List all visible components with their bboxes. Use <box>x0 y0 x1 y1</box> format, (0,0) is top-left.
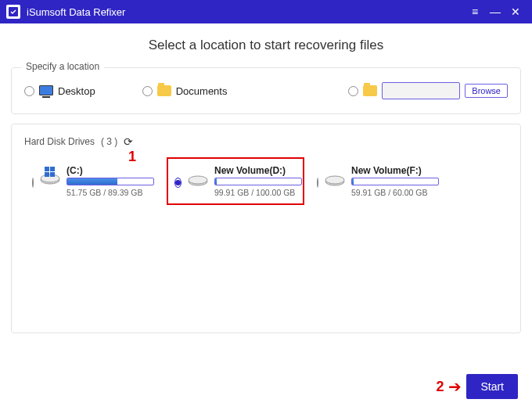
drive-name: New Volume(F:) <box>351 165 439 176</box>
usage-bar <box>351 178 439 185</box>
annotation-step-2: 2 <box>436 379 444 395</box>
usage-bar <box>214 178 302 185</box>
radio-icon <box>32 178 34 188</box>
browse-button[interactable]: Browse <box>465 84 508 98</box>
specify-location-title: Specify a location <box>21 61 104 72</box>
location-desktop[interactable]: Desktop <box>24 85 95 97</box>
usage-bar <box>66 178 154 185</box>
footer: 2 ➔ Start <box>436 374 518 399</box>
location-label: Desktop <box>58 85 95 97</box>
main-area: Select a location to start recovering fi… <box>0 23 532 333</box>
drive-f[interactable]: New Volume(F:) 59.91 GB / 60.00 GB <box>309 157 447 205</box>
custom-path-input[interactable] <box>382 82 460 99</box>
drive-name: (C:) <box>66 165 154 176</box>
radio-icon <box>317 178 318 188</box>
radio-icon <box>142 86 153 96</box>
close-icon[interactable]: ✕ <box>505 0 526 23</box>
drive-c[interactable]: (C:) 51.75 GB / 89.39 GB <box>24 157 162 205</box>
location-documents[interactable]: Documents <box>142 85 228 97</box>
hdd-icon <box>188 174 208 189</box>
page-title: Select a location to start recovering fi… <box>11 38 521 53</box>
drives-panel: Hard Disk Drives ( 3 ) ⟳ (C:) 51.75 GB /… <box>11 124 521 333</box>
svg-rect-3 <box>45 167 49 171</box>
folder-icon <box>363 85 377 96</box>
documents-icon <box>157 85 171 96</box>
app-logo <box>6 5 20 19</box>
location-label: Documents <box>176 85 228 97</box>
drive-size: 59.91 GB / 60.00 GB <box>351 188 439 197</box>
location-custom[interactable]: Browse <box>348 82 508 99</box>
drive-size: 51.75 GB / 89.39 GB <box>66 188 154 197</box>
drives-header: Hard Disk Drives ( 3 ) ⟳ <box>24 135 508 148</box>
drive-size: 99.91 GB / 100.00 GB <box>214 188 302 197</box>
drives-title: Hard Disk Drives <box>24 136 95 147</box>
app-title: iSumsoft Data Refixer <box>27 6 465 18</box>
svg-point-10 <box>325 176 344 184</box>
drive-name: New Volume(D:) <box>214 165 302 176</box>
hdd-icon <box>40 173 60 187</box>
svg-rect-5 <box>45 172 49 177</box>
hdd-icon <box>325 174 345 189</box>
drive-d[interactable]: New Volume(D:) 99.91 GB / 100.00 GB <box>167 157 304 205</box>
titlebar: iSumsoft Data Refixer ≡ — ✕ <box>0 0 532 23</box>
radio-icon <box>348 86 358 96</box>
radio-icon <box>24 86 34 96</box>
svg-rect-4 <box>50 167 55 171</box>
radio-icon <box>174 178 182 188</box>
start-button[interactable]: Start <box>466 374 518 399</box>
menu-icon[interactable]: ≡ <box>465 0 485 23</box>
minimize-icon[interactable]: — <box>485 0 505 23</box>
annotation-step-1: 1 <box>128 149 136 165</box>
specify-location-panel: Specify a location Desktop Documents Bro… <box>11 67 521 114</box>
svg-rect-6 <box>50 172 55 177</box>
desktop-icon <box>39 85 53 96</box>
arrow-icon: ➔ <box>448 379 462 394</box>
svg-point-8 <box>189 176 207 184</box>
drives-count: ( 3 ) <box>101 136 117 147</box>
drives-row: (C:) 51.75 GB / 89.39 GB New Volume(D:) … <box>24 157 508 205</box>
refresh-icon[interactable]: ⟳ <box>124 135 133 148</box>
